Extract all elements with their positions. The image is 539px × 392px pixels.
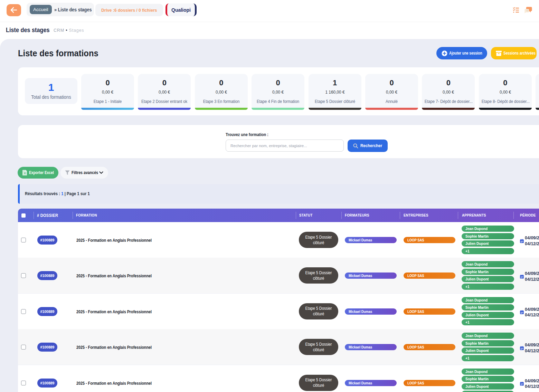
svg-text:X: X <box>24 172 26 175</box>
